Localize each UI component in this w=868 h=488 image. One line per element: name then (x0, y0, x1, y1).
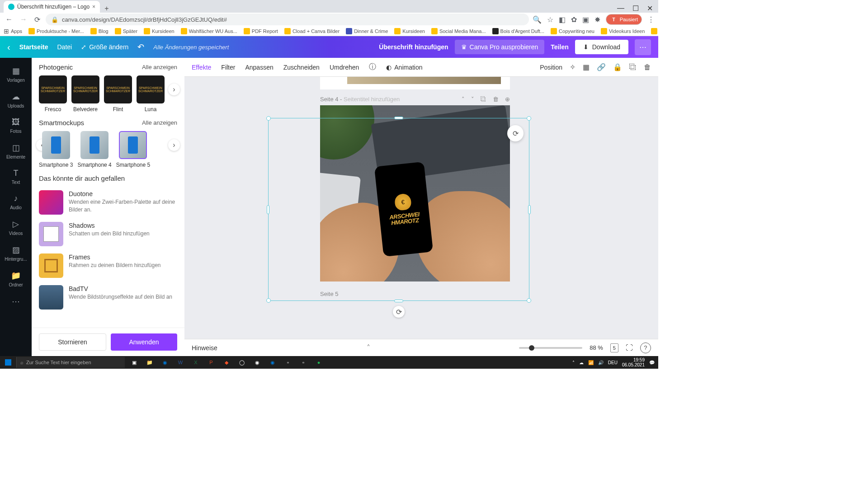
url-field[interactable]: 🔒 canva.com/design/DAEdomzscjl/drBfjHdCo… (46, 14, 529, 25)
more-menu-button[interactable]: ⋯ (635, 39, 651, 55)
new-tab-button[interactable]: + (100, 5, 113, 13)
transparency-icon[interactable]: ▦ (583, 63, 590, 71)
mockup-thumb-3[interactable] (42, 131, 70, 159)
bookmark-item[interactable]: Produktsuche - Mer... (28, 28, 84, 34)
tb-filter[interactable]: Filter (221, 64, 235, 71)
rotate-handle[interactable]: ⟳ (393, 306, 405, 318)
page-count-badge[interactable]: 5 (610, 343, 618, 352)
zoom-slider[interactable] (519, 347, 582, 349)
obs-icon[interactable]: ◯ (235, 357, 249, 368)
home-link[interactable]: Startseite (19, 43, 48, 51)
app-icon-2[interactable]: ▫ (297, 357, 310, 368)
rail-folders[interactable]: 📁Ordner (0, 266, 32, 292)
bookmark-item[interactable]: Kursideen (144, 28, 175, 34)
page-4-canvas[interactable]: ARSCHWEI HMAROTZ ⟳ (320, 105, 510, 282)
reload-icon[interactable]: ⟳ (33, 14, 42, 26)
tb-position[interactable]: Position (540, 64, 562, 71)
rail-audio[interactable]: ♪Audio (0, 189, 32, 215)
download-button[interactable]: ⬇Download (575, 40, 628, 54)
zoom-thumb[interactable] (529, 345, 534, 351)
page-up-icon[interactable]: ˄ (462, 96, 465, 103)
maximize-icon[interactable]: ☐ (632, 4, 639, 13)
expand-pages-icon[interactable]: ˄ (367, 343, 370, 352)
explorer-icon[interactable]: 📁 (143, 357, 156, 368)
tray-lang[interactable]: DEU (608, 360, 618, 365)
edge-icon[interactable]: ◉ (158, 357, 172, 368)
spotify-icon[interactable]: ● (312, 357, 326, 368)
bookmark-item[interactable]: Videokurs Ideen (601, 28, 645, 34)
back-arrow-icon[interactable]: ‹ (7, 42, 10, 52)
page-delete-icon[interactable]: 🗑 (493, 96, 499, 103)
share-button[interactable]: Teilen (551, 43, 568, 51)
back-icon[interactable]: ← (4, 14, 14, 25)
fullscreen-icon[interactable]: ⛶ (626, 344, 633, 352)
help-icon[interactable]: ? (640, 343, 651, 353)
ext-icon-4[interactable]: ✸ (594, 15, 600, 24)
page-title-input[interactable]: Seitentitel hinzufügen (344, 96, 400, 103)
word-icon[interactable]: W (174, 357, 187, 368)
resize-button[interactable]: ⤢Größe ändern (81, 43, 128, 51)
photogenic-thumb-fresco[interactable]: SPARSCHWEINSCHMAROTZER (39, 75, 67, 103)
resize-handle-br[interactable] (527, 298, 531, 303)
tb-crop[interactable]: Zuschneiden (283, 64, 320, 71)
bookmark-item[interactable]: Cload + Canva Bilder (284, 28, 340, 34)
zoom-lens-icon[interactable]: 🔍 (533, 15, 542, 24)
cancel-button[interactable]: Stornieren (39, 333, 106, 351)
tray-volume-icon[interactable]: 🔊 (598, 360, 604, 365)
edge2-icon[interactable]: ◉ (266, 357, 279, 368)
bookmark-item[interactable]: Copywriting neu (551, 28, 594, 34)
task-view-icon[interactable]: ▣ (127, 357, 141, 368)
photogenic-show-all[interactable]: Alle anzeigen (142, 64, 177, 70)
page-duplicate-icon[interactable]: ⿻ (481, 96, 486, 103)
mockup-image[interactable]: ARSCHWEI HMAROTZ (320, 105, 510, 282)
tray-wifi-icon[interactable]: 📶 (588, 360, 594, 365)
undo-icon[interactable]: ↶ (137, 42, 144, 52)
excel-icon[interactable]: X (189, 357, 203, 368)
rail-text[interactable]: TText (0, 164, 32, 189)
profile-badge[interactable]: T Pausiert (606, 14, 642, 25)
resize-edge-left[interactable] (267, 205, 269, 214)
tb-adjust[interactable]: Anpassen (245, 64, 273, 71)
tb-animation[interactable]: ◐Animation (386, 64, 422, 71)
bookmark-item[interactable]: Kursideen (394, 28, 425, 34)
taskbar-search[interactable]: ⌕Zur Suche Text hier eingeben (16, 357, 125, 368)
page-down-icon[interactable]: ˅ (471, 96, 474, 103)
rail-photos[interactable]: 🖼Fotos (0, 113, 32, 138)
apply-button[interactable]: Anwenden (111, 333, 177, 351)
close-window-icon[interactable]: ✕ (647, 4, 653, 13)
apps-shortcut[interactable]: ⊞Apps (4, 28, 22, 35)
mockup-thumb-4[interactable] (80, 131, 108, 159)
tray-clock[interactable]: 19:5906.05.2021 (622, 357, 645, 367)
resize-handle-bl[interactable] (266, 298, 271, 303)
photogenic-thumb-belvedere[interactable]: SPARSCHWEINSCHMAROTZER (71, 75, 99, 103)
resize-edge-bottom[interactable] (394, 300, 403, 302)
mockup-thumb-5[interactable] (119, 131, 147, 159)
rail-uploads[interactable]: ☁Uploads (0, 87, 32, 113)
tb-flip[interactable]: Umdrehen (330, 64, 359, 71)
tb-effects[interactable]: Effekte (192, 64, 211, 71)
minimize-icon[interactable]: — (617, 4, 624, 13)
app-frames[interactable]: FramesRahmen zu deinen Bildern hinzufüge… (39, 250, 177, 282)
photogenic-thumb-luna[interactable]: SPARSCHWEINSCHMAROTZER (137, 75, 165, 103)
ext-icon-1[interactable]: ◧ (559, 15, 566, 24)
wand-icon[interactable]: ✧ (570, 63, 576, 71)
trash-icon[interactable]: 🗑 (644, 63, 651, 71)
browser-tab[interactable]: Überschrift hinzufügen – Logo × (4, 1, 100, 13)
try-pro-button[interactable]: ♛Canva Pro ausprobieren (455, 40, 545, 54)
ext-icon-3[interactable]: ▣ (582, 15, 589, 24)
ext-icon-2[interactable]: ✿ (571, 15, 577, 24)
notifications-icon[interactable]: 💬 (649, 360, 655, 365)
duplicate-icon[interactable]: ⿻ (629, 63, 637, 71)
rail-more[interactable]: ⋯ (0, 292, 32, 311)
rail-elements[interactable]: ◫Elemente (0, 138, 32, 164)
rail-videos[interactable]: ▷Videos (0, 215, 32, 240)
app-icon[interactable]: ▫ (281, 357, 295, 368)
bookmark-item[interactable]: Social Media Mana... (431, 28, 486, 34)
smartmockups-show-all[interactable]: Alle anzeigen (142, 119, 177, 126)
bookmark-item[interactable]: Bois d'Argent Duft... (492, 28, 544, 34)
bookmark-item[interactable]: Wahlfächer WU Aus... (181, 28, 237, 34)
star-icon[interactable]: ☆ (547, 15, 553, 24)
lock-tool-icon[interactable]: 🔒 (613, 63, 622, 71)
notes-button[interactable]: Hinweise (192, 344, 217, 352)
rail-backgrounds[interactable]: ▨Hintergru... (0, 240, 32, 266)
